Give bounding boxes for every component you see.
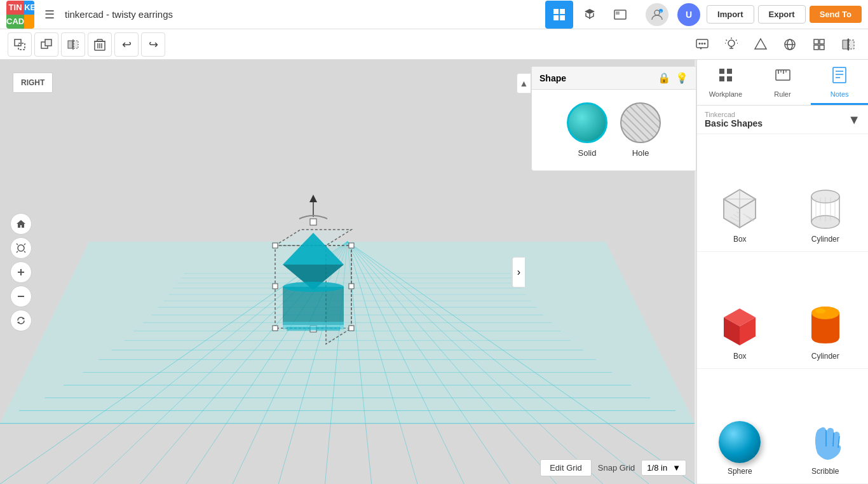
edit-grid-button[interactable]: Edit Grid	[540, 459, 592, 476]
redo-button[interactable]: ↪	[141, 32, 165, 57]
snap-grid-dropdown-icon: ▼	[672, 463, 681, 473]
3d-object[interactable]	[250, 188, 377, 356]
comment-icon[interactable]	[690, 32, 714, 57]
hole-shape-circle	[620, 102, 661, 143]
zoom-out-button[interactable]	[10, 286, 32, 307]
transform-icon[interactable]	[778, 32, 802, 57]
delete-button[interactable]	[88, 32, 112, 57]
svg-rect-13	[68, 41, 72, 48]
svg-rect-118	[833, 67, 846, 83]
svg-rect-5	[616, 11, 620, 15]
add-user-icon[interactable]: +	[646, 3, 668, 26]
shape-item-sphere[interactable]: Sphere	[697, 369, 783, 484]
shape-item-cylinder-wireframe[interactable]: Cylinder	[783, 134, 869, 252]
shape-icon[interactable]	[749, 32, 773, 57]
right-panel-tabs: Workplane Ruler Notes	[697, 60, 868, 106]
ruler-tab-icon	[775, 66, 791, 88]
notes-tab-label: Notes	[831, 90, 849, 98]
svg-rect-96	[349, 284, 354, 289]
user-avatar[interactable]: U	[677, 3, 700, 26]
shape-item-cylinder-solid[interactable]: Cylinder	[783, 252, 869, 370]
svg-rect-109	[719, 69, 724, 74]
svg-line-103	[24, 251, 25, 252]
shape-panel-header: Shape 🔒 💡	[532, 67, 696, 90]
svg-rect-9	[15, 39, 21, 46]
avatar-wrap[interactable]: +	[646, 3, 668, 26]
undo-button[interactable]: ↩	[114, 32, 139, 57]
svg-rect-90	[273, 243, 278, 248]
logo-cad: CAD	[6, 15, 24, 29]
logo-x	[24, 15, 34, 29]
svg-point-6	[654, 10, 660, 15]
tab-workplane[interactable]: Workplane	[697, 60, 754, 105]
shape-item-scribble[interactable]: Scribble	[783, 369, 869, 484]
topnav-gallery[interactable]	[606, 1, 634, 29]
shapes-dropdown-icon[interactable]: ▼	[848, 113, 860, 127]
right-panel: Workplane Ruler Notes Tinkercad Basic Sh…	[696, 60, 868, 484]
duplicate-button[interactable]	[34, 32, 58, 57]
shape-item-box-wireframe[interactable]: Box	[697, 134, 783, 252]
panel-collapse-button[interactable]: ▲	[517, 73, 531, 93]
svg-rect-10	[18, 43, 25, 50]
lock-icon[interactable]: 🔒	[658, 72, 670, 84]
hole-shape-option[interactable]: Hole	[620, 102, 661, 158]
shapes-grid: Box Cylinder	[697, 134, 868, 484]
toolbar: ↩ ↪	[0, 29, 868, 60]
flip-icon[interactable]	[836, 32, 860, 57]
logo-ker: KER	[24, 1, 34, 15]
topnav-grid-view[interactable]	[545, 1, 573, 29]
svg-rect-110	[727, 69, 732, 74]
import-button[interactable]: Import	[707, 5, 754, 24]
box-wireframe-label: Box	[733, 235, 747, 244]
hole-shape-label: Hole	[632, 148, 649, 158]
svg-line-28	[726, 39, 728, 41]
svg-marker-80	[309, 195, 317, 202]
logo-tin: TIN	[6, 1, 24, 15]
zoom-in-button[interactable]	[10, 261, 32, 283]
view-label: RIGHT	[13, 73, 53, 93]
svg-rect-0	[553, 9, 559, 14]
svg-point-88	[283, 282, 344, 292]
topnav-learn[interactable]	[576, 1, 604, 29]
svg-rect-95	[273, 284, 278, 289]
svg-rect-39	[820, 45, 824, 50]
tab-notes[interactable]: Notes	[811, 60, 868, 105]
right-panel-collapse[interactable]: ›	[512, 257, 525, 287]
solid-shape-option[interactable]: Solid	[567, 102, 607, 158]
tab-ruler[interactable]: Ruler	[754, 60, 811, 105]
project-title: tinkercad - twisty earrings	[65, 9, 539, 20]
light-icon[interactable]	[719, 32, 743, 57]
mirror-button[interactable]	[61, 32, 85, 57]
notes-tab-icon	[831, 66, 848, 88]
shapes-library-name: Basic Shapes	[705, 118, 763, 128]
scribble-label: Scribble	[811, 467, 839, 476]
align-icon[interactable]	[807, 32, 831, 57]
menu-icon[interactable]: ☰	[44, 8, 55, 22]
viewport[interactable]: RIGHT ▲ Shape	[0, 60, 696, 484]
bulb-icon[interactable]: 💡	[675, 72, 688, 84]
shape-item-box-solid[interactable]: Box	[697, 252, 783, 370]
export-button[interactable]: Export	[758, 5, 806, 24]
topbar-buttons: Import Export Send To	[707, 5, 862, 24]
sendto-button[interactable]: Send To	[810, 6, 862, 23]
sphere-shape	[719, 421, 761, 463]
copy-to-workplane-button[interactable]	[8, 32, 32, 57]
svg-marker-32	[755, 39, 766, 49]
svg-point-153	[815, 308, 825, 314]
solid-shape-label: Solid	[578, 148, 597, 158]
rotate-button[interactable]	[10, 310, 32, 331]
ruler-tab-label: Ruler	[774, 90, 790, 98]
svg-text:+: +	[660, 9, 662, 13]
box-solid-label: Box	[733, 352, 747, 361]
home-button[interactable]	[10, 213, 32, 235]
svg-rect-12	[45, 39, 51, 46]
svg-rect-111	[719, 76, 724, 81]
svg-rect-89	[310, 219, 316, 225]
zoom-fit-button[interactable]	[10, 237, 32, 259]
snap-grid-select[interactable]: 1/8 in ▼	[641, 460, 686, 476]
logo[interactable]: TIN KER CAD	[6, 1, 34, 29]
snap-grid-label: Snap Grid	[598, 463, 635, 473]
svg-point-23	[699, 43, 701, 45]
workplane-tab-label: Workplane	[709, 90, 742, 98]
toolbar-right	[690, 32, 860, 57]
